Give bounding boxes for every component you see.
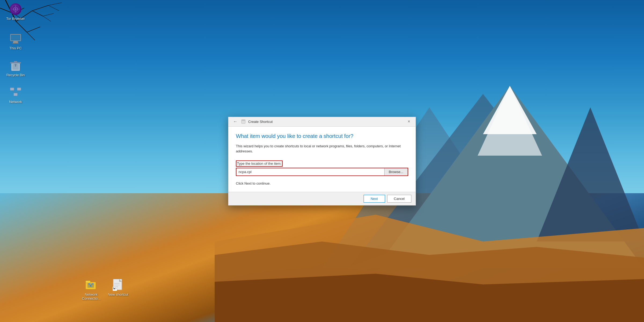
input-group: Type the location of the item: Browse... [236,160,408,176]
dialog-description: This wizard helps you to create shortcut… [236,144,408,154]
dialog-footer: Next Cancel [228,192,416,205]
cancel-button[interactable]: Cancel [387,195,411,203]
dialog-titlebar: ← Create Shortcut × [228,117,416,127]
click-next-text: Click Next to continue. [236,181,408,185]
dialog-icon [241,119,246,124]
dialog-heading: What item would you like to create a sho… [236,133,408,139]
input-row: Browse... [236,168,408,176]
dialog-back-button[interactable]: ← [232,119,239,125]
dialog-content: What item would you like to create a sho… [228,127,416,192]
dialog-title: Create Shortcut [248,120,405,124]
dialog-overlay: ← Create Shortcut × What item would you … [0,0,644,322]
browse-button[interactable]: Browse... [384,168,408,175]
desktop: Tor Browser This PC Recycle Bin [0,0,644,322]
input-label: Type the location of the item: [237,162,281,166]
create-shortcut-dialog: ← Create Shortcut × What item would you … [228,117,416,206]
dialog-close-button[interactable]: × [405,118,412,125]
next-button[interactable]: Next [364,195,385,203]
location-input[interactable] [236,168,384,175]
